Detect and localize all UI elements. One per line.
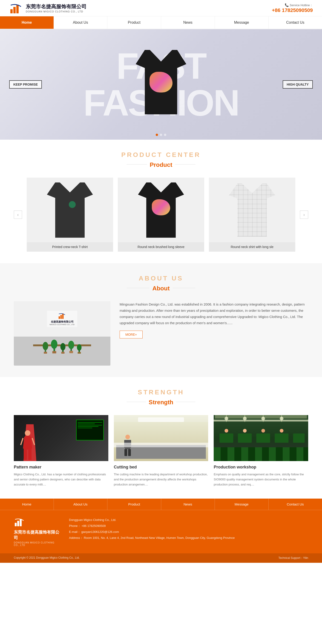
svg-rect-23 — [28, 448, 32, 460]
copyright-text: Copyright © 2021 Dongguan Migico Clothin… — [14, 556, 80, 560]
nav-about[interactable]: About Us — [54, 16, 108, 29]
nav-product[interactable]: Product — [108, 16, 161, 29]
footer-nav-home[interactable]: Home — [0, 498, 54, 510]
company-name-cn: 东莞市名捷高服饰有限公司 — [26, 3, 86, 10]
hotline-number: +86 17825090509 — [272, 7, 313, 13]
about-description: Mingxuan Fashion Design Co., Ltd. was es… — [120, 301, 308, 326]
products-grid: Printed crew-neck T-shirt Round neck bru… — [22, 178, 300, 252]
about-text: Mingxuan Fashion Design Co., Ltd. was es… — [120, 301, 308, 338]
svg-rect-3 — [59, 316, 60, 319]
carousel-next[interactable]: › — [300, 210, 308, 219]
svg-rect-13 — [62, 350, 64, 352]
svg-rect-50 — [15, 523, 16, 526]
product-divider: Product — [126, 160, 196, 168]
svg-point-9 — [51, 340, 58, 349]
svg-point-38 — [225, 429, 228, 432]
dot-2[interactable] — [160, 134, 162, 136]
dot-3[interactable] — [164, 134, 166, 136]
strength-divider: Strength — [126, 398, 196, 406]
office-plants — [42, 339, 82, 354]
strength-text-cutting: The cutting machine is the leading depar… — [114, 472, 208, 487]
svg-rect-0 — [10, 9, 13, 13]
strength-divider-right — [176, 402, 196, 402]
svg-point-48 — [262, 417, 265, 420]
strength-section-title: Strength — [149, 399, 174, 406]
product-center-header: PRODUCT CENTER Product — [14, 151, 308, 168]
footer-nav-news[interactable]: News — [161, 498, 215, 510]
about-us-section: ABOUT US About 名捷高服饰有限公司 — [0, 263, 322, 377]
svg-rect-8 — [44, 352, 47, 354]
about-office-image: 名捷高服饰有限公司 MIGICO CLOTHING CO., LTD — [14, 301, 110, 366]
logo-area: 东莞市名捷高服饰有限公司 DONGGUAN MIGICO CLOTHING CO… — [9, 2, 86, 14]
about-divider-right — [172, 288, 196, 288]
hero-dots — [156, 134, 166, 136]
svg-rect-31 — [128, 449, 131, 456]
svg-rect-1 — [13, 7, 16, 13]
product-card-3[interactable]: Round neck shirt with long sle — [209, 178, 295, 252]
strength-section: STRENGTH Strength — [0, 377, 322, 498]
svg-rect-5 — [62, 314, 64, 319]
footer-nav-contact[interactable]: Contact Us — [269, 498, 322, 510]
svg-point-15 — [68, 341, 74, 349]
footer-email-label: E-mail： — [69, 530, 80, 534]
svg-point-41 — [280, 429, 284, 432]
footer-phone-value: +86 17825090509 — [82, 524, 106, 528]
svg-rect-37 — [293, 434, 305, 443]
strength-title-cutting: Cutting bed — [114, 465, 208, 470]
svg-point-12 — [60, 343, 66, 350]
footer-nav-about[interactable]: About Us — [54, 498, 108, 510]
svg-line-24 — [21, 438, 23, 445]
product-caption-1: Printed crew-neck T-shirt — [27, 242, 113, 252]
product-card-1[interactable]: Printed crew-neck T-shirt — [27, 178, 113, 252]
hero-badge-left: KEEP PROMISE — [9, 80, 42, 88]
svg-rect-2 — [16, 4, 19, 13]
svg-rect-10 — [54, 348, 55, 351]
footer-address-label: Address： — [69, 536, 83, 540]
strength-img-cutting — [114, 415, 208, 461]
carousel-prev[interactable]: ‹ — [14, 210, 22, 219]
svg-rect-36 — [275, 434, 289, 443]
strength-img-pattern — [14, 415, 108, 461]
more-button[interactable]: MORE+ — [120, 331, 142, 338]
header: 东莞市名捷高服饰有限公司 DONGGUAN MIGICO CLOTHING CO… — [0, 0, 322, 16]
footer-company-name-en: DONGGUAN MIGICO CLOTHING CO., LTD — [14, 542, 60, 546]
dot-1[interactable] — [156, 134, 158, 136]
footer-nav-product[interactable]: Product — [108, 498, 161, 510]
svg-point-40 — [262, 429, 265, 432]
nav-message[interactable]: Message — [215, 16, 269, 29]
svg-rect-52 — [20, 519, 22, 526]
strength-title-pattern: Pattern maker — [14, 465, 108, 470]
footer-email: E-mail： gaoyan13061220@126.com — [69, 529, 308, 535]
strength-header: STRENGTH Strength — [14, 388, 308, 406]
tech-support-text: Technical Support：Yilin — [278, 556, 308, 560]
hero-banner: FASTFASHION KEEP PROMISE HIGH QUALTY — [0, 29, 322, 140]
product-card-2[interactable]: Round neck brushed long sleeve — [118, 178, 204, 252]
footer-info: Dongguan Migico Clothing Co., Ltd. Phone… — [69, 517, 308, 546]
footer-address-value: Room 1001, No. 4, Lane 4, 2nd Road, Nort… — [84, 536, 234, 540]
svg-point-47 — [243, 417, 247, 420]
service-hotline: 📞 Service Hotline： +86 17825090509 — [272, 3, 313, 13]
office-brand: 名捷高服饰有限公司 MIGICO CLOTHING CO., LTD — [47, 311, 77, 327]
svg-rect-17 — [70, 351, 73, 353]
woman-figure — [20, 429, 36, 461]
product-img-2 — [118, 178, 204, 242]
footer-company-name-cn: 东莞市名捷高服饰有限公司 — [14, 530, 60, 540]
svg-rect-30 — [124, 449, 127, 456]
nav-home[interactable]: Home — [0, 16, 54, 29]
strength-text-workshop: Emphasis on quality and management as th… — [214, 472, 308, 487]
divider-right — [175, 164, 196, 164]
hotline-label: Service Hotline： — [290, 4, 313, 7]
svg-rect-16 — [70, 348, 72, 351]
svg-rect-32 — [215, 415, 307, 418]
svg-point-26 — [125, 435, 130, 439]
footer-logo-icon — [14, 517, 25, 527]
footer-nav-message[interactable]: Message — [215, 498, 269, 510]
footer-copyright: Copyright © 2021 Dongguan Migico Clothin… — [0, 553, 322, 563]
strength-card-pattern: Pattern maker Migico Clothing Co., Ltd. … — [14, 415, 108, 487]
strength-section-label: STRENGTH — [14, 388, 308, 396]
footer-company-label: Dongguan Migico Clothing Co., Ltd. — [69, 517, 308, 523]
nav-contact[interactable]: Contact Us — [269, 16, 322, 29]
nav-news[interactable]: News — [161, 16, 215, 29]
about-section-title: About — [152, 285, 170, 292]
product-caption-3: Round neck shirt with long sle — [209, 242, 295, 252]
